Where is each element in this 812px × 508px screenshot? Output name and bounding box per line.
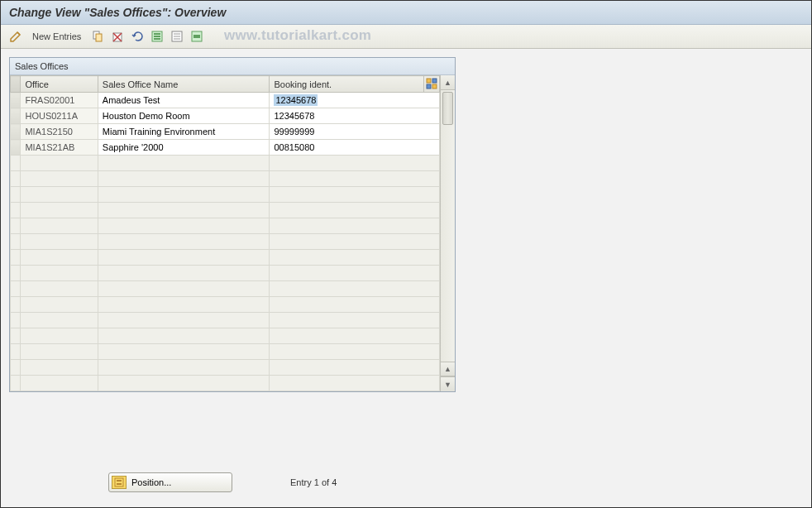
empty-cell[interactable] [98,313,270,328]
name-cell[interactable]: Houston Demo Room [98,108,270,124]
empty-cell[interactable] [98,328,270,344]
empty-cell[interactable] [21,187,98,203]
empty-cell[interactable] [98,171,270,187]
row-selector[interactable] [11,124,21,140]
row-selector[interactable] [11,376,21,391]
empty-cell[interactable] [21,266,98,281]
row-selector[interactable] [11,328,21,344]
booking-header[interactable]: Booking ident. [270,76,424,93]
empty-row[interactable] [11,234,440,250]
table-row[interactable]: MIA1S21ABSapphire '200000815080 [11,140,440,156]
table-row[interactable]: HOUS0211AHouston Demo Room12345678 [11,108,440,124]
empty-cell[interactable] [21,171,98,187]
empty-cell[interactable] [98,156,270,171]
empty-cell[interactable] [21,203,98,218]
empty-cell[interactable] [21,344,98,360]
undo-icon[interactable] [129,28,146,45]
empty-cell[interactable] [21,281,98,297]
empty-cell[interactable] [270,376,440,391]
empty-row[interactable] [11,250,440,266]
empty-cell[interactable] [270,203,440,218]
empty-cell[interactable] [270,250,440,266]
empty-cell[interactable] [98,250,270,266]
scroll-down-icon[interactable]: ▲ [441,362,455,376]
select-block-icon[interactable] [189,28,205,45]
config-header[interactable] [424,76,440,93]
empty-cell[interactable] [270,156,440,171]
row-selector[interactable] [11,203,21,218]
name-header[interactable]: Sales Office Name [98,76,270,93]
empty-row[interactable] [11,266,440,281]
empty-cell[interactable] [270,344,440,360]
name-cell[interactable]: Miami Training Environment [98,124,270,140]
deselect-all-icon[interactable] [169,28,185,45]
empty-row[interactable] [11,171,440,187]
selector-header[interactable] [11,76,21,93]
empty-cell[interactable] [98,376,270,391]
empty-cell[interactable] [270,313,440,328]
empty-cell[interactable] [98,187,270,203]
empty-row[interactable] [11,203,440,218]
new-entries-button[interactable]: New Entries [27,30,86,43]
booking-cell[interactable]: 00815080 [270,140,440,156]
row-selector[interactable] [11,313,21,328]
empty-row[interactable] [11,156,440,171]
row-selector[interactable] [11,297,21,313]
row-selector[interactable] [11,360,21,376]
empty-cell[interactable] [270,234,440,250]
row-selector[interactable] [11,171,21,187]
empty-cell[interactable] [98,203,270,218]
row-selector[interactable] [11,281,21,297]
change-icon[interactable] [7,28,24,45]
booking-cell[interactable]: 12345678 [270,108,440,124]
empty-cell[interactable] [98,266,270,281]
empty-cell[interactable] [270,218,440,234]
office-cell[interactable]: MIA1S2150 [21,124,98,140]
empty-row[interactable] [11,344,440,360]
scroll-up-icon[interactable]: ▲ [441,75,455,90]
vertical-scrollbar[interactable]: ▲ ▲ ▼ [440,75,455,391]
empty-cell[interactable] [270,171,440,187]
empty-cell[interactable] [270,328,440,344]
name-cell[interactable]: Sapphire '2000 [98,140,270,156]
empty-cell[interactable] [270,187,440,203]
name-cell[interactable]: Amadeus Test [98,93,270,108]
empty-cell[interactable] [98,360,270,376]
row-selector[interactable] [11,250,21,266]
position-button[interactable]: Position... [108,472,232,492]
empty-row[interactable] [11,360,440,376]
empty-cell[interactable] [21,250,98,266]
empty-cell[interactable] [21,328,98,344]
booking-cell[interactable]: 99999999 [270,124,440,140]
row-selector[interactable] [11,344,21,360]
row-selector[interactable] [11,156,21,171]
empty-cell[interactable] [21,218,98,234]
empty-cell[interactable] [98,344,270,360]
empty-cell[interactable] [21,156,98,171]
row-selector[interactable] [11,140,21,156]
scroll-thumb[interactable] [442,92,453,125]
row-selector[interactable] [11,93,21,108]
empty-row[interactable] [11,313,440,328]
copy-icon[interactable] [89,28,106,45]
empty-row[interactable] [11,297,440,313]
empty-cell[interactable] [98,297,270,313]
row-selector[interactable] [11,108,21,124]
table-row[interactable]: MIA1S2150Miami Training Environment99999… [11,124,440,140]
empty-cell[interactable] [270,297,440,313]
booking-cell[interactable]: 12345678 [270,93,440,108]
empty-row[interactable] [11,328,440,344]
empty-row[interactable] [11,218,440,234]
empty-cell[interactable] [98,218,270,234]
empty-cell[interactable] [270,360,440,376]
empty-cell[interactable] [21,297,98,313]
empty-cell[interactable] [98,281,270,297]
office-cell[interactable]: FRAS02001 [21,93,98,108]
office-cell[interactable]: MIA1S21AB [21,140,98,156]
empty-row[interactable] [11,281,440,297]
table-row[interactable]: FRAS02001Amadeus Test12345678 [11,93,440,108]
row-selector[interactable] [11,234,21,250]
empty-cell[interactable] [98,234,270,250]
row-selector[interactable] [11,266,21,281]
empty-cell[interactable] [21,360,98,376]
